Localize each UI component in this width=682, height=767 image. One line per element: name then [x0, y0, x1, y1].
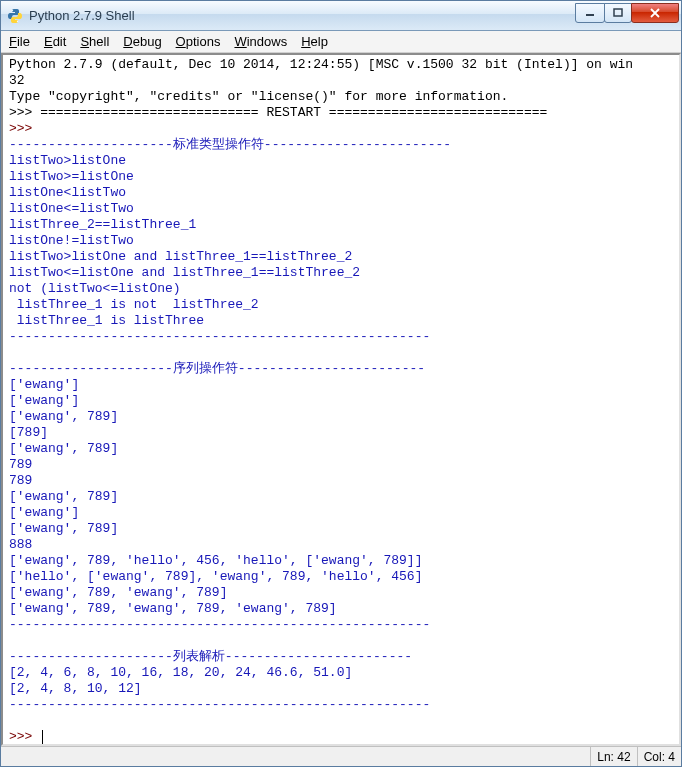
- section-header: ---------------------列表解析---------------…: [9, 649, 412, 664]
- section-header: ---------------------序列操作符--------------…: [9, 361, 425, 376]
- output-line: listTwo>=listOne: [9, 169, 134, 184]
- output-line: listThree_1 is listThree: [9, 313, 204, 328]
- banner-line: 32: [9, 73, 25, 88]
- svg-point-1: [17, 20, 18, 21]
- section-header: ---------------------标准类型操作符------------…: [9, 137, 451, 152]
- output-line: listOne<listTwo: [9, 185, 126, 200]
- close-button[interactable]: [631, 3, 679, 23]
- output-line: ['ewang', 789, 'hello', 456, 'hello', ['…: [9, 553, 422, 568]
- minimize-button[interactable]: [575, 3, 605, 23]
- menu-shell[interactable]: Shell: [80, 34, 109, 49]
- output-line: ['ewang']: [9, 505, 79, 520]
- output-line: 789: [9, 457, 32, 472]
- output-line: listTwo>listOne: [9, 153, 126, 168]
- menu-help[interactable]: Help: [301, 34, 328, 49]
- output-line: 888: [9, 537, 32, 552]
- output-line: [2, 4, 8, 10, 12]: [9, 681, 142, 696]
- output-line: ['ewang', 789]: [9, 489, 118, 504]
- output-line: listThree_1 is not listThree_2: [9, 297, 259, 312]
- svg-point-0: [12, 10, 13, 11]
- output-line: [2, 4, 6, 8, 10, 16, 18, 20, 24, 46.6, 5…: [9, 665, 352, 680]
- window-controls: [576, 3, 679, 23]
- menu-options[interactable]: Options: [176, 34, 221, 49]
- svg-rect-2: [586, 14, 594, 16]
- status-bar: Ln: 42 Col: 4: [1, 746, 681, 766]
- output-line: ['ewang', 789, 'ewang', 789]: [9, 585, 227, 600]
- output-line: [789]: [9, 425, 48, 440]
- output-line: ['ewang']: [9, 377, 79, 392]
- svg-rect-3: [614, 9, 622, 16]
- banner-line: Type "copyright", "credits" or "license(…: [9, 89, 508, 104]
- menu-windows[interactable]: Windows: [234, 34, 287, 49]
- divider-line: ----------------------------------------…: [9, 617, 430, 632]
- output-line: ['ewang', 789]: [9, 441, 118, 456]
- output-line: ['hello', ['ewang', 789], 'ewang', 789, …: [9, 569, 422, 584]
- status-col: Col: 4: [637, 747, 681, 766]
- output-line: ['ewang', 789]: [9, 409, 118, 424]
- output-line: listOne!=listTwo: [9, 233, 134, 248]
- python-icon: [7, 8, 23, 24]
- divider-line: ----------------------------------------…: [9, 329, 430, 344]
- output-line: listTwo>listOne and listThree_1==listThr…: [9, 249, 352, 264]
- output-line: listThree_2==listThree_1: [9, 217, 196, 232]
- output-line: 789: [9, 473, 32, 488]
- title-bar[interactable]: Python 2.7.9 Shell: [1, 1, 681, 31]
- prompt: >>>: [9, 121, 40, 136]
- menu-bar: File Edit Shell Debug Options Windows He…: [1, 31, 681, 53]
- banner-line: Python 2.7.9 (default, Dec 10 2014, 12:2…: [9, 57, 633, 72]
- output-line: ['ewang']: [9, 393, 79, 408]
- output-line: listTwo<=listOne and listThree_1==listTh…: [9, 265, 360, 280]
- text-cursor: [42, 730, 43, 744]
- restart-line: >>> ============================ RESTART…: [9, 105, 547, 120]
- output-line: ['ewang', 789]: [9, 521, 118, 536]
- window-title: Python 2.7.9 Shell: [29, 8, 576, 23]
- menu-edit[interactable]: Edit: [44, 34, 66, 49]
- output-line: not (listTwo<=listOne): [9, 281, 181, 296]
- status-line: Ln: 42: [590, 747, 636, 766]
- output-line: ['ewang', 789, 'ewang', 789, 'ewang', 78…: [9, 601, 337, 616]
- output-line: listOne<=listTwo: [9, 201, 134, 216]
- shell-content[interactable]: Python 2.7.9 (default, Dec 10 2014, 12:2…: [1, 53, 681, 746]
- divider-line: ----------------------------------------…: [9, 697, 430, 712]
- prompt: >>>: [9, 729, 40, 744]
- maximize-button[interactable]: [604, 3, 632, 23]
- menu-file[interactable]: File: [9, 34, 30, 49]
- app-window: Python 2.7.9 Shell File Edit Shell Debug…: [0, 0, 682, 767]
- menu-debug[interactable]: Debug: [123, 34, 161, 49]
